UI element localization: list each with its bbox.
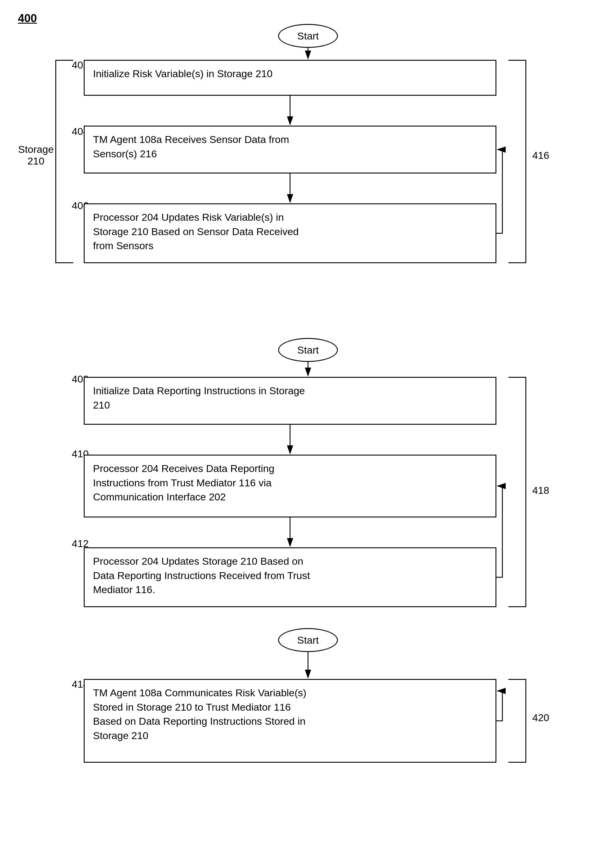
left-bracket-storage — [55, 60, 73, 263]
bracket-420 — [508, 679, 526, 763]
box-410: Processor 204 Receives Data ReportingIns… — [84, 455, 497, 518]
bracket-416 — [508, 60, 526, 263]
storage-label: Storage210 — [18, 143, 54, 167]
bracket-label-418: 418 — [532, 484, 549, 496]
box-412: Processor 204 Updates Storage 210 Based … — [84, 547, 497, 607]
box-408: Initialize Data Reporting Instructions i… — [84, 377, 497, 425]
start-oval-3: Start — [278, 628, 338, 652]
box-404: TM Agent 108a Receives Sensor Data fromS… — [84, 126, 497, 173]
bracket-label-420: 420 — [532, 712, 549, 724]
diagram-container: 400 Start Start Start 402 404 406 408 41… — [0, 0, 616, 862]
start-oval-2: Start — [278, 338, 338, 362]
box-402: Initialize Risk Variable(s) in Storage 2… — [84, 60, 497, 96]
start-oval-1: Start — [278, 24, 338, 48]
bracket-label-416: 416 — [532, 149, 549, 161]
box-414: TM Agent 108a Communicates Risk Variable… — [84, 679, 497, 763]
bracket-418 — [508, 377, 526, 607]
fig-label: 400 — [18, 12, 37, 25]
box-406: Processor 204 Updates Risk Variable(s) i… — [84, 203, 497, 263]
